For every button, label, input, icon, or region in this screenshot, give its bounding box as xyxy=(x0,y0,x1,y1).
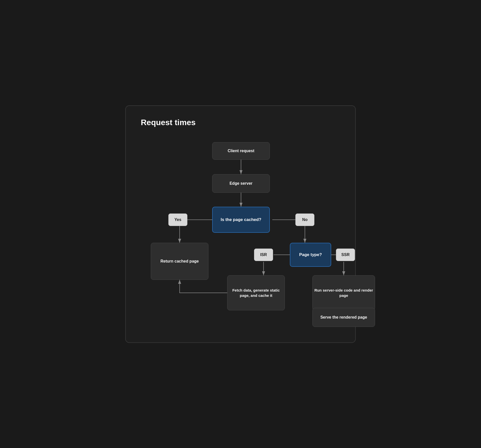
run-server-node: Run server-side code and render page xyxy=(312,275,375,310)
no-label-node: No xyxy=(295,213,314,226)
yes-label-node: Yes xyxy=(168,213,187,226)
is-page-cached-node: Is the page cached? xyxy=(212,207,270,233)
page-title: Request times xyxy=(141,118,340,127)
client-request-node: Client request xyxy=(212,142,270,160)
edge-server-node: Edge server xyxy=(212,174,270,193)
page-type-node: Page type? xyxy=(290,243,331,267)
diagram: Client request Edge server Is the page c… xyxy=(141,137,340,327)
return-cached-node: Return cached page xyxy=(151,243,208,280)
isr-label-node: ISR xyxy=(254,249,273,261)
ssr-label-node: SSR xyxy=(336,249,355,261)
main-card: Request times xyxy=(125,105,356,343)
serve-rendered-node: Serve the rendered page xyxy=(312,308,375,327)
fetch-data-node: Fetch data, generate static page, and ca… xyxy=(227,275,285,310)
